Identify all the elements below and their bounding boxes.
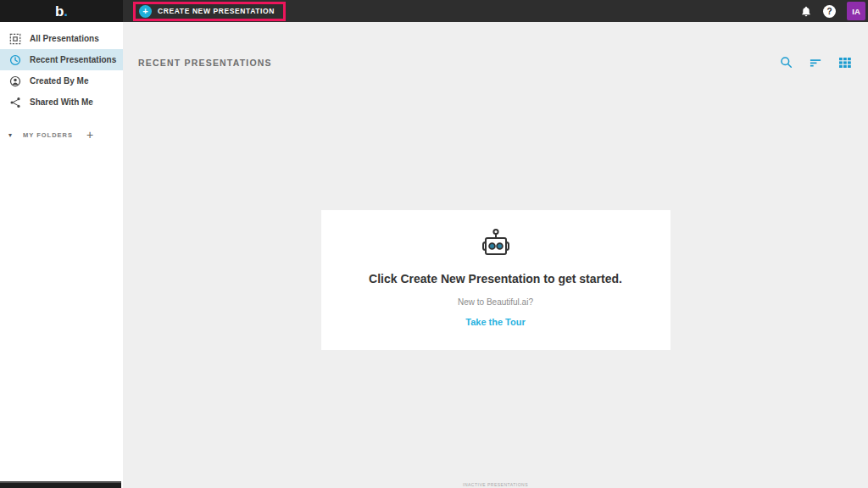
my-folders-label: MY FOLDERS — [23, 131, 73, 139]
grid-view-button[interactable] — [839, 58, 851, 68]
sidebar: All Presentations Recent Presentations C… — [0, 22, 123, 488]
share-icon — [8, 97, 22, 108]
top-bar: b. + CREATE NEW PRESENTATION ? IA — [0, 0, 868, 22]
robot-icon — [478, 228, 514, 258]
take-the-tour-link[interactable]: Take the Tour — [465, 317, 526, 327]
sidebar-item-label: Shared With Me — [30, 97, 93, 107]
page-title: RECENT PRESENTATIONS — [138, 58, 272, 68]
sidebar-item-shared-with-me[interactable]: Shared With Me — [0, 92, 123, 113]
main-toolbar — [780, 56, 851, 69]
search-button[interactable] — [780, 56, 793, 69]
sidebar-item-label: Created By Me — [30, 76, 88, 86]
top-bar-right: ? IA — [800, 2, 868, 20]
notifications-button[interactable] — [800, 5, 812, 18]
help-icon: ? — [823, 5, 836, 18]
empty-state-subtext: New to Beautiful.ai? — [321, 297, 670, 307]
chevron-down-icon[interactable]: ▾ — [8, 131, 17, 139]
plus-icon: + — [139, 5, 152, 18]
sidebar-item-label: All Presentations — [30, 34, 99, 43]
empty-state-heading: Click Create New Presentation to get sta… — [321, 272, 670, 286]
logo-dot: . — [64, 3, 68, 19]
create-button-label: CREATE NEW PRESENTATION — [158, 7, 275, 15]
grid-view-icon — [839, 58, 851, 68]
all-presentations-icon — [8, 33, 22, 45]
add-folder-button[interactable]: + — [86, 129, 93, 141]
bell-icon — [800, 5, 812, 18]
logo-zone: b. — [0, 0, 123, 22]
beautiful-ai-logo[interactable]: b. — [55, 4, 68, 19]
sort-button[interactable] — [810, 58, 822, 68]
user-avatar[interactable]: IA — [847, 2, 865, 20]
sidebar-item-label: Recent Presentations — [30, 55, 116, 64]
person-icon — [8, 75, 22, 87]
empty-state-card: Click Create New Presentation to get sta… — [321, 210, 670, 350]
my-folders-section: ▾ MY FOLDERS + — [0, 126, 123, 143]
sidebar-item-all-presentations[interactable]: All Presentations — [0, 28, 123, 49]
sidebar-bottom-bar[interactable] — [0, 481, 121, 488]
sidebar-item-recent-presentations[interactable]: Recent Presentations — [0, 49, 123, 70]
create-new-presentation-button[interactable]: + CREATE NEW PRESENTATION — [133, 2, 286, 21]
sidebar-item-created-by-me[interactable]: Created By Me — [0, 70, 123, 92]
footer-partial-text: INACTIVE PRESENTATIONS — [463, 482, 528, 487]
sort-icon — [810, 58, 822, 68]
recent-clock-icon — [8, 54, 22, 66]
app-body: All Presentations Recent Presentations C… — [0, 22, 868, 488]
main-content: RECENT PRESENTATIONS Click Crea — [123, 22, 868, 488]
search-icon — [780, 56, 793, 69]
logo-b: b — [55, 3, 64, 19]
top-bar-main: + CREATE NEW PRESENTATION ? IA — [123, 0, 868, 22]
help-button[interactable]: ? — [823, 5, 836, 18]
